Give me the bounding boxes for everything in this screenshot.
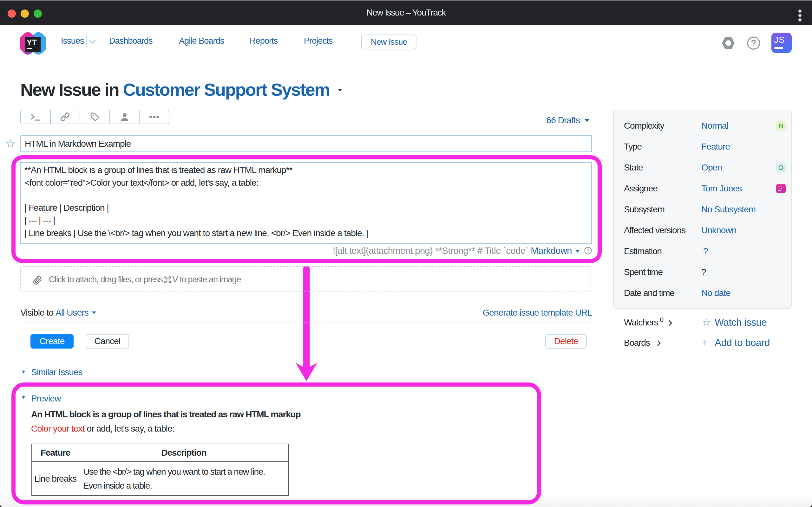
svg-text:?: ? <box>587 248 590 253</box>
svg-text:YT: YT <box>27 38 37 47</box>
svg-text:?: ? <box>751 38 757 48</box>
